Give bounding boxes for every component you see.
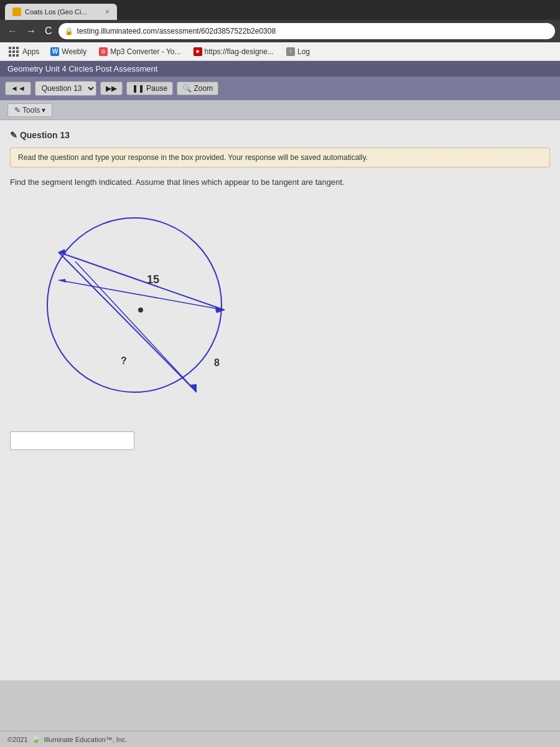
refresh-button[interactable]: C <box>42 24 55 38</box>
assessment-controls: ◄◄ Question 13 ▶▶ ❚❚ Pause 🔍 Zoom <box>0 77 560 100</box>
weebly-favicon: W <box>50 47 59 56</box>
label-question: ? <box>121 355 127 366</box>
svg-line-8 <box>58 280 225 310</box>
copyright-text: ©2021 <box>7 736 28 743</box>
assessment-title-bar: Geometry Unit 4 Circles Post Assessment <box>0 61 560 77</box>
address-bar[interactable]: 🔒 testing.illuminateed.com/assessment/60… <box>58 23 555 39</box>
illuminate-logo: 🍃 <box>32 735 40 743</box>
content-area: ✎ Question 13 Read the question and type… <box>0 120 560 680</box>
label-15: 15 <box>147 273 159 286</box>
back-button[interactable]: ← <box>5 24 20 38</box>
browser-chrome: Coats Los (Geo Ci... × ← → C 🔒 testing.i… <box>0 0 560 61</box>
tab-favicon <box>12 7 21 16</box>
log-bookmark[interactable]: ↑ Log <box>281 46 315 57</box>
weebly-bookmark[interactable]: W Weebly <box>45 46 91 57</box>
tab-bar: Coats Los (Geo Ci... × <box>0 0 560 20</box>
address-bar-row: ← → C 🔒 testing.illuminateed.com/assessm… <box>0 20 560 42</box>
lock-icon: 🔒 <box>65 27 73 35</box>
tools-bar: ✎ Tools ▾ <box>0 100 560 120</box>
back-question-button[interactable]: ◄◄ <box>5 82 31 95</box>
question-select[interactable]: Question 13 <box>35 81 96 96</box>
forward-question-button[interactable]: ▶▶ <box>100 82 123 95</box>
instruction-text: Read the question and type your response… <box>18 153 368 162</box>
active-tab[interactable]: Coats Los (Geo Ci... × <box>5 4 117 20</box>
mp3-favicon: ⚙ <box>99 47 108 56</box>
pause-button[interactable]: ❚❚ Pause <box>126 82 173 95</box>
flag-bookmark[interactable]: ★ https://flag-designe... <box>189 46 279 57</box>
label-8: 8 <box>214 357 220 368</box>
assessment-wrapper: Geometry Unit 4 Circles Post Assessment … <box>0 61 560 747</box>
svg-line-7 <box>75 261 197 392</box>
question-text: Find the segment length indicated. Assum… <box>10 177 550 187</box>
diagram-area: 15 ? 8 <box>16 199 550 413</box>
page-footer: ©2021 🍃 Illuminate Education™, Inc. <box>0 731 560 747</box>
zoom-button[interactable]: 🔍 Zoom <box>177 82 218 95</box>
answer-input[interactable] <box>10 431 134 450</box>
apps-grid-icon <box>9 47 19 57</box>
question-header-text: ✎ Question 13 <box>10 130 70 140</box>
tab-title: Coats Los (Geo Ci... <box>25 8 87 16</box>
svg-point-1 <box>138 308 143 312</box>
mp3-label: Mp3 Converter - Yo... <box>110 47 180 56</box>
company-name: Illuminate Education™, Inc. <box>44 736 128 743</box>
svg-line-2 <box>58 252 225 310</box>
geometry-diagram: 15 ? 8 <box>16 199 253 411</box>
forward-button[interactable]: → <box>24 24 39 38</box>
url-text: testing.illuminateed.com/assessment/602d… <box>77 27 276 35</box>
bookmarks-bar: Apps W Weebly ⚙ Mp3 Converter - Yo... ★ … <box>0 42 560 61</box>
assessment-title: Geometry Unit 4 Circles Post Assessment <box>7 64 157 73</box>
tab-close-button[interactable]: × <box>105 7 110 16</box>
mp3-bookmark[interactable]: ⚙ Mp3 Converter - Yo... <box>94 46 185 57</box>
svg-marker-4 <box>58 249 66 255</box>
svg-line-5 <box>58 252 197 392</box>
question-header: ✎ Question 13 <box>10 130 550 140</box>
weebly-label: Weebly <box>62 47 86 56</box>
log-label: Log <box>297 47 310 56</box>
flag-label: https://flag-designe... <box>205 47 274 56</box>
tools-button[interactable]: ✎ Tools ▾ <box>7 103 52 117</box>
apps-bookmark[interactable]: Apps <box>5 45 43 58</box>
apps-label: Apps <box>22 47 39 56</box>
instruction-box: Read the question and type your response… <box>10 148 550 167</box>
flag-favicon: ★ <box>194 47 202 56</box>
log-favicon: ↑ <box>286 47 295 56</box>
